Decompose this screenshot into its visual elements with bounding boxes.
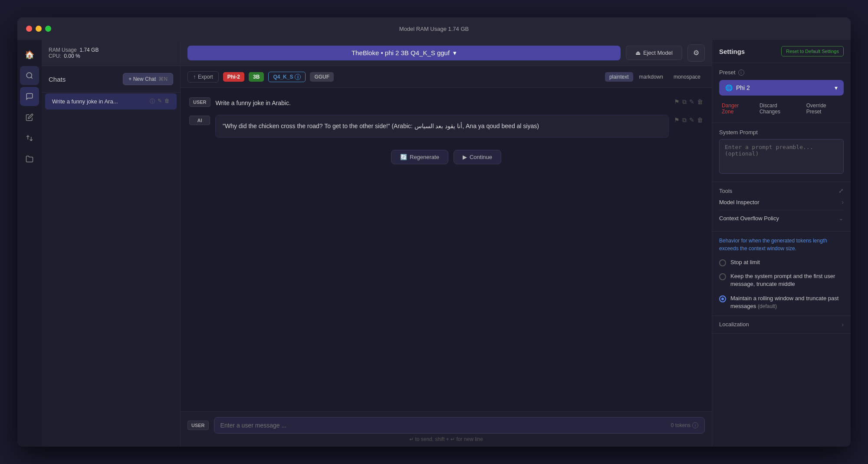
ram-value: 1.74 GB — [79, 47, 99, 53]
export-label: Export — [198, 74, 213, 80]
input-role-label: USER — [187, 421, 209, 430]
radio-circle-1 — [719, 273, 726, 280]
radio-circle-0 — [719, 259, 726, 266]
edit-icon[interactable]: ✎ — [689, 98, 694, 106]
localization-row[interactable]: Localization › — [712, 316, 851, 334]
system-prompt-input[interactable] — [719, 139, 844, 174]
new-chat-button[interactable]: + New Chat ⌘N — [123, 73, 173, 85]
overflow-radio-group: Stop at limit Keep the system prompt and… — [719, 259, 844, 310]
main-area: 🏠 — [17, 40, 851, 447]
sidebar-item-chat[interactable] — [20, 87, 39, 106]
sidebar-item-folder[interactable] — [20, 149, 39, 169]
settings-button[interactable]: ⚙ — [687, 44, 705, 62]
format-opt-plaintext[interactable]: plaintext — [605, 72, 633, 82]
preset-actions: Danger Zone Discard Changes Override Pre… — [719, 101, 844, 116]
eject-label: Eject Model — [643, 50, 673, 56]
settings-title: Settings — [719, 48, 745, 55]
ai-role-label: AI — [189, 116, 210, 125]
minimize-button[interactable] — [36, 26, 42, 32]
message-ai: AI "Why did the chicken cross the road? … — [189, 115, 703, 137]
top-bar: RAM Usage 1.74 GB CPU: 0.00 % — [42, 40, 180, 66]
delete-icon[interactable]: 🗑 — [164, 98, 170, 105]
new-chat-label: + New Chat — [128, 76, 156, 82]
model-badge-phi2: Phi-2 — [223, 72, 244, 82]
preset-value: Phi 2 — [736, 84, 835, 91]
fullscreen-button[interactable] — [45, 26, 51, 32]
eject-model-button[interactable]: ⏏ Eject Model — [626, 46, 682, 60]
new-chat-shortcut: ⌘N — [158, 76, 168, 82]
model-badge-gguf: GGUF — [310, 72, 334, 82]
preset-selector[interactable]: 🌐 Phi 2 ▾ — [719, 80, 844, 96]
edit-icon[interactable]: ✎ — [689, 116, 694, 124]
export-button[interactable]: ↑ Export — [187, 71, 219, 83]
edit-icon[interactable]: ✎ — [158, 98, 162, 105]
discard-changes-button[interactable]: Discard Changes — [757, 101, 800, 116]
context-overflow-label: Context Overflow Policy — [719, 215, 779, 222]
sidebar-item-edit[interactable] — [20, 108, 39, 127]
app-window: Model RAM Usage 1.74 GB 🏠 — [17, 17, 851, 447]
delete-icon[interactable]: 🗑 — [697, 98, 703, 106]
chevron-right-icon: › — [842, 199, 844, 205]
flag-icon[interactable]: ⚑ — [674, 116, 680, 124]
close-button[interactable] — [26, 26, 32, 32]
context-overflow-row[interactable]: Context Overflow Policy ⌄ — [719, 210, 844, 226]
cpu-value: 0.00 % — [64, 53, 80, 59]
ram-usage-text: RAM Usage 1.74 GB — [49, 47, 118, 53]
flag-icon[interactable]: ⚑ — [674, 98, 680, 106]
message-input-container[interactable]: 0 tokens i — [214, 417, 705, 434]
localization-label: Localization — [719, 321, 749, 328]
override-preset-button[interactable]: Override Preset — [804, 101, 844, 116]
tools-header: Tools ⤢ — [719, 187, 844, 194]
reset-settings-button[interactable]: Reset to Default Settings — [781, 46, 844, 56]
overflow-option-2[interactable]: Maintain a rolling window and truncate p… — [719, 295, 844, 310]
chat-item-name: Write a funny joke in Ara... — [52, 98, 118, 105]
settings-panel: Settings Reset to Default Settings Prese… — [712, 40, 851, 447]
chevron-down-icon: ⌄ — [838, 215, 844, 222]
settings-header: Settings Reset to Default Settings — [712, 40, 851, 63]
preset-section: Preset i 🌐 Phi 2 ▾ Danger Zone Discard C… — [712, 63, 851, 123]
chat-item[interactable]: Write a funny joke in Ara... ⓘ ✎ 🗑 — [45, 93, 177, 109]
expand-tools-icon[interactable]: ⤢ — [838, 187, 844, 194]
sidebar-item-arrows[interactable] — [20, 129, 39, 148]
traffic-lights — [26, 26, 51, 32]
continue-button[interactable]: ▶ Continue — [454, 150, 501, 164]
info-icon[interactable]: i — [295, 74, 301, 80]
sidebar-item-search[interactable] — [20, 66, 39, 85]
svg-line-1 — [31, 77, 32, 78]
localization-chevron-icon: › — [842, 321, 844, 328]
model-selector[interactable]: TheBloke • phi 2 3B Q4_K_S gguf ▾ — [187, 46, 621, 60]
delete-icon[interactable]: 🗑 — [697, 116, 703, 124]
message-input[interactable] — [220, 422, 671, 429]
regenerate-button[interactable]: 🔄 Regenerate — [391, 150, 448, 164]
copy-icon[interactable]: ⧉ — [682, 98, 687, 106]
overflow-option-label-2: Maintain a rolling window and truncate p… — [730, 295, 844, 310]
input-hint: ↵ to send, shift + ↵ for new line — [187, 434, 705, 443]
info-icon[interactable]: ⓘ — [150, 98, 155, 105]
danger-zone-button[interactable]: Danger Zone — [719, 101, 753, 116]
continue-icon: ▶ — [463, 154, 467, 160]
gear-icon: ⚙ — [693, 49, 699, 57]
input-area: USER 0 tokens i ↵ to send, shift + ↵ for… — [181, 411, 712, 447]
model-inspector-row[interactable]: Model Inspector › — [719, 194, 844, 210]
token-info-icon: i — [692, 422, 698, 428]
format-opt-monospace[interactable]: monospace — [669, 72, 705, 82]
continue-label: Continue — [470, 154, 492, 160]
preset-icon: 🌐 — [725, 84, 733, 91]
overflow-option-0[interactable]: Stop at limit — [719, 259, 844, 266]
overflow-option-label-0: Stop at limit — [730, 259, 760, 266]
copy-icon[interactable]: ⧉ — [682, 116, 687, 124]
chat-top-bar: TheBloke • phi 2 3B Q4_K_S gguf ▾ ⏏ Ejec… — [181, 40, 712, 66]
token-count-value: 0 tokens — [671, 422, 690, 428]
format-opt-markdown[interactable]: markdown — [635, 72, 667, 82]
preset-label: Preset i — [719, 69, 844, 76]
overflow-option-1[interactable]: Keep the system prompt and the first use… — [719, 272, 844, 288]
svg-point-0 — [26, 73, 32, 78]
format-bar: ↑ Export Phi-2 3B Q4_K_S i GGUF plaintex… — [181, 66, 712, 88]
sidebar-item-home[interactable]: 🏠 — [20, 45, 39, 64]
preset-info-icon[interactable]: i — [738, 70, 744, 76]
eject-icon: ⏏ — [635, 50, 641, 56]
model-badge-3b: 3B — [249, 72, 264, 82]
model-badge-quantize: Q4_K_S i — [268, 72, 306, 82]
default-tag: (default) — [758, 303, 777, 309]
system-prompt-section: System Prompt — [712, 123, 851, 182]
